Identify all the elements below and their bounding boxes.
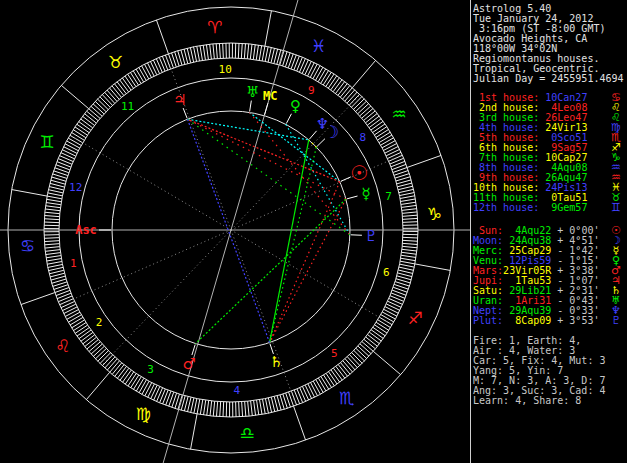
degree-tick (213, 401, 214, 416)
degree-tick (117, 82, 126, 94)
degree-tick (46, 253, 61, 255)
degree-tick (313, 381, 320, 394)
degree-tick (402, 252, 417, 254)
degree-tick (47, 199, 62, 201)
degree-tick (242, 402, 243, 417)
house-number: 9 (308, 84, 315, 97)
sign-boundary (415, 264, 450, 271)
degree-tick (153, 60, 159, 74)
degree-tick (77, 328, 89, 337)
degree-tick (194, 399, 197, 414)
degree-tick (220, 402, 221, 417)
degree-tick (68, 138, 81, 145)
degree-tick (373, 124, 385, 133)
degree-tick (398, 270, 413, 273)
degree-tick (67, 312, 80, 319)
degree-tick (62, 304, 76, 310)
degree-tick (206, 45, 208, 60)
degree-tick (248, 401, 249, 416)
degree-tick (268, 398, 271, 413)
degree-tick (336, 82, 345, 94)
degree-tick (48, 264, 63, 267)
degree-tick (83, 116, 95, 125)
degree-tick (123, 370, 132, 382)
degree-tick (125, 372, 133, 384)
sign-glyph-lib: ♎ (240, 423, 255, 443)
degree-tick (156, 59, 162, 73)
degree-tick (216, 401, 217, 416)
degree-tick (378, 132, 391, 140)
degree-tick (75, 325, 88, 333)
degree-tick (402, 209, 417, 211)
degree-tick (369, 332, 381, 341)
degree-tick (300, 388, 306, 402)
wheel-planet-plut: ♇ (364, 227, 377, 245)
degree-tick (305, 385, 311, 399)
degree-tick (310, 64, 317, 77)
sign-boundary (86, 372, 109, 399)
sign-boundary (191, 414, 198, 449)
degree-tick (64, 307, 77, 314)
degree-tick (400, 193, 415, 196)
degree-tick (191, 398, 194, 413)
angle-label-asc: Asc (75, 223, 97, 237)
degree-tick (399, 189, 414, 192)
degree-tick (385, 146, 398, 153)
house-number: 12 (69, 181, 82, 194)
degree-tick (305, 61, 311, 75)
degree-tick (112, 363, 122, 375)
degree-tick (44, 222, 59, 223)
degree-tick (79, 122, 91, 131)
degree-tick (200, 400, 202, 415)
sign-glyph-gem: ♊ (39, 132, 54, 152)
degree-tick (128, 74, 136, 87)
degree-tick (402, 249, 417, 251)
zodiac-sign-icon: ♊ (609, 202, 623, 213)
planet-pointer (270, 344, 274, 354)
degree-tick (45, 209, 60, 211)
planet-position-value: 8Cap09 (503, 315, 551, 326)
degree-tick (256, 45, 258, 60)
degree-tick (318, 69, 326, 82)
degree-tick (238, 43, 239, 58)
degree-tick (45, 244, 60, 245)
info-panel: Astrolog 5.40 Tue January 24, 2012 3:16p… (473, 0, 627, 463)
degree-tick (184, 397, 188, 412)
degree-tick (313, 66, 320, 79)
degree-tick (59, 156, 73, 162)
planet-label: Plut: (473, 315, 503, 326)
house-number: 6 (383, 266, 390, 279)
degree-tick (44, 241, 59, 242)
degree-tick (194, 47, 197, 62)
degree-tick (297, 389, 303, 403)
degree-tick (67, 141, 80, 148)
degree-tick (308, 63, 315, 76)
degree-tick (381, 138, 394, 145)
degree-tick (376, 129, 389, 137)
degree-tick (389, 298, 403, 304)
angle-pointer (265, 103, 268, 115)
degree-tick (139, 67, 146, 80)
degree-tick (145, 64, 152, 77)
degree-tick (68, 315, 81, 322)
degree-tick (328, 76, 336, 88)
degree-tick (403, 240, 418, 241)
degree-tick (157, 388, 163, 402)
degree-tick (223, 43, 224, 58)
degree-tick (271, 48, 274, 63)
house-number: 4 (234, 384, 241, 397)
house-cusp-line (231, 155, 402, 230)
degree-tick (159, 57, 165, 71)
degree-tick (321, 377, 329, 390)
degree-tick (73, 130, 86, 138)
sign-glyph-leo: ♌ (55, 336, 70, 356)
degree-tick (133, 71, 141, 84)
degree-tick (259, 46, 261, 61)
degree-tick (388, 301, 402, 307)
degree-tick (326, 373, 334, 386)
sign-glyph-pis: ♓ (311, 36, 326, 56)
stat-text: Learn: 4, Share: 8 (473, 395, 581, 406)
sign-boundary (373, 351, 400, 374)
degree-tick (65, 310, 78, 317)
degree-tick (45, 250, 60, 252)
